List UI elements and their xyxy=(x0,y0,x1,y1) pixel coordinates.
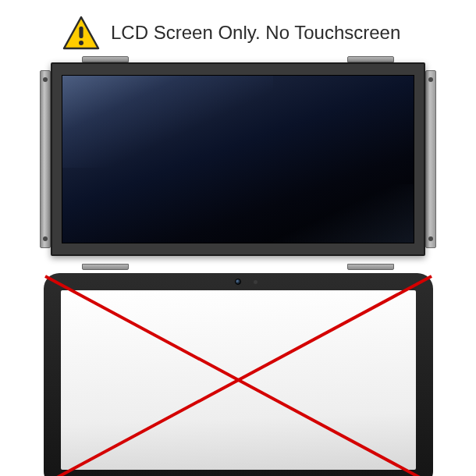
mount-tab xyxy=(347,56,394,62)
warning-icon xyxy=(62,16,100,50)
touchscreen-glass xyxy=(61,290,416,470)
mount-bracket xyxy=(425,70,436,248)
lcd-screen-illustration xyxy=(51,58,425,268)
lcd-panel xyxy=(62,75,414,243)
lcd-bezel xyxy=(51,62,425,256)
mount-tab xyxy=(347,264,394,270)
screen-glare xyxy=(62,76,273,168)
touchscreen-illustration xyxy=(61,290,416,470)
header-text: LCD Screen Only. No Touchscreen xyxy=(111,22,400,44)
sensor-icon xyxy=(254,280,258,284)
svg-rect-1 xyxy=(79,27,83,38)
header-row: LCD Screen Only. No Touchscreen xyxy=(31,16,445,50)
mount-bracket xyxy=(40,70,51,248)
screen-glare xyxy=(273,184,414,243)
mount-tab xyxy=(82,264,129,270)
touchscreen-bezel xyxy=(44,273,433,476)
svg-point-2 xyxy=(79,41,83,45)
mount-tab xyxy=(82,56,129,62)
camera-icon xyxy=(235,279,241,285)
